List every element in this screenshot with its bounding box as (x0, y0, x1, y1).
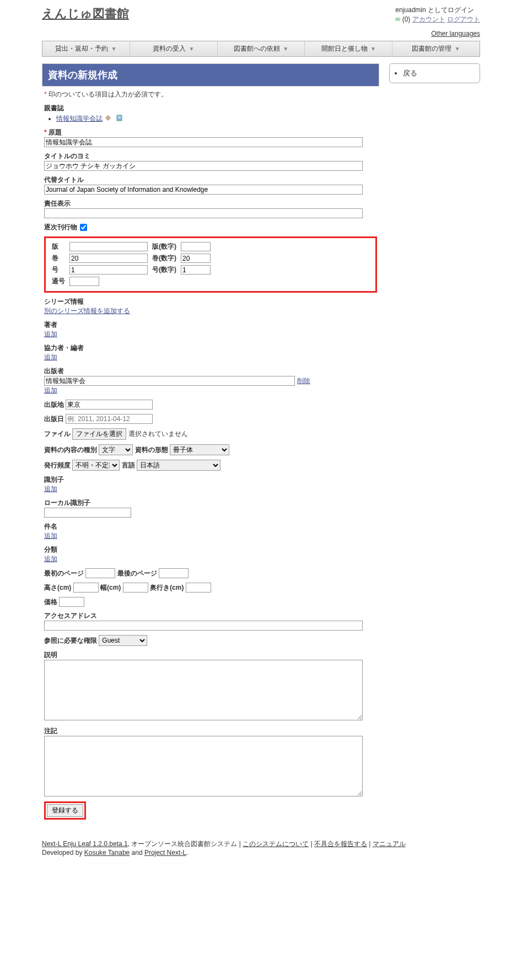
edition-num-label: 版(数字) (150, 241, 178, 252)
logout-link[interactable]: ログアウト (447, 15, 480, 23)
menu-checkout[interactable]: 貸出・返却・予約 ▼ (42, 41, 130, 56)
note-textarea[interactable] (44, 736, 363, 796)
access-input[interactable] (44, 621, 363, 631)
frequency-select[interactable]: 不明・不定期刊 (72, 460, 120, 471)
edition-label: 版 (50, 241, 67, 252)
account-link[interactable]: アカウント (412, 15, 445, 23)
original-title-input[interactable] (44, 137, 363, 147)
site-title[interactable]: えんじゅ図書館 (42, 6, 129, 24)
footer-report-link[interactable]: 不具合を報告する (314, 840, 367, 848)
chevron-down-icon: ▼ (189, 46, 194, 52)
volume-label: 巻 (50, 253, 67, 263)
footer-version-link[interactable]: Next-L Enju Leaf 1.2.0.beta.1 (42, 840, 128, 848)
price-label: 価格 (44, 598, 57, 606)
issue-input[interactable] (69, 265, 148, 274)
carrier-select[interactable]: 冊子体 (170, 444, 229, 455)
tag-icon[interactable] (106, 115, 112, 123)
add-author-link[interactable]: 追加 (44, 330, 57, 338)
last-page-label: 最後のページ (117, 569, 157, 577)
footer-manual-link[interactable]: マニュアル (373, 840, 406, 848)
volume-input[interactable] (69, 254, 148, 263)
pubplace-input[interactable] (66, 400, 153, 410)
role-select[interactable]: Guest (99, 635, 147, 646)
height-input[interactable] (73, 583, 99, 593)
language-select[interactable]: 日本語 (137, 460, 220, 471)
alt-title-label: 代替タイトル (44, 175, 377, 185)
menu-admin[interactable]: 図書館の管理 ▼ (392, 41, 480, 56)
price-input[interactable] (59, 597, 84, 607)
alt-title-input[interactable] (44, 185, 363, 195)
edition-input[interactable] (69, 242, 148, 251)
width-input[interactable] (123, 583, 148, 593)
subject-label: 件名 (44, 522, 377, 531)
pubdate-label: 出版日 (44, 415, 64, 423)
responsibility-label: 責任表示 (44, 199, 377, 208)
series-label: シリーズ情報 (44, 297, 377, 306)
pubplace-label: 出版地 (44, 401, 64, 408)
side-panel: 戻る (389, 63, 480, 83)
page-title: 資料の新規作成 (42, 63, 379, 87)
file-label: ファイル (44, 430, 71, 438)
menu-events[interactable]: 開館日と催し物 ▼ (305, 41, 392, 56)
language-label: 言語 (122, 461, 135, 469)
add-identifier-link[interactable]: 追加 (44, 485, 57, 493)
login-user-text: enjuadmin としてログイン (395, 6, 480, 15)
footer-about-link[interactable]: このシステムについて (243, 840, 309, 848)
local-id-input[interactable] (44, 508, 131, 518)
depth-label: 奥行き(cm) (150, 584, 184, 591)
book-icon[interactable] (116, 115, 123, 123)
edition-num-input[interactable] (181, 242, 211, 251)
depth-input[interactable] (186, 583, 211, 593)
pubdate-input[interactable] (66, 414, 153, 424)
mail-icon: ✉ (395, 16, 400, 23)
chevron-down-icon: ▼ (111, 46, 117, 52)
required-notice: 印のついている項目は入力が必須です。 (49, 90, 168, 98)
main-menu: 貸出・返却・予約 ▼ 資料の受入 ▼ 図書館への依頼 ▼ 開館日と催し物 ▼ 図… (42, 41, 480, 57)
responsibility-input[interactable] (44, 208, 363, 218)
yomi-input[interactable] (44, 161, 363, 171)
contributor-label: 協力者・編者 (44, 343, 377, 353)
back-link[interactable]: 戻る (403, 69, 417, 77)
width-label: 幅(cm) (100, 584, 121, 591)
add-classification-link[interactable]: 追加 (44, 555, 57, 563)
yomi-label: タイトルのヨミ (44, 152, 377, 161)
menu-request[interactable]: 図書館への依頼 ▼ (218, 41, 305, 56)
add-series-link[interactable]: 別のシリーズ情報を追加する (44, 307, 130, 315)
local-id-label: ローカル識別子 (44, 498, 377, 508)
add-contributor-link[interactable]: 追加 (44, 353, 57, 361)
frequency-label: 発行頻度 (44, 461, 71, 469)
last-page-input[interactable] (159, 568, 189, 578)
footer-dev1-link[interactable]: Kosuke Tanabe (84, 849, 130, 857)
submit-button[interactable]: 登録する (47, 804, 83, 817)
role-label: 参照に必要な権限 (44, 637, 97, 644)
menu-acquisition[interactable]: 資料の受入 ▼ (130, 41, 218, 56)
chevron-down-icon: ▼ (455, 46, 460, 52)
content-type-select[interactable]: 文字 (99, 444, 133, 455)
issue-num-input[interactable] (181, 265, 211, 274)
classification-label: 分類 (44, 545, 377, 554)
parent-link[interactable]: 情報知識学会誌 (56, 115, 103, 122)
first-page-label: 最初のページ (44, 569, 84, 577)
file-choose-button[interactable]: ファイルを選択 (72, 428, 126, 440)
first-page-input[interactable] (85, 568, 115, 578)
parent-label: 親書誌 (44, 104, 377, 113)
publisher-input[interactable] (44, 376, 295, 386)
other-languages-link[interactable]: Other languages (431, 30, 480, 37)
serial-no-input[interactable] (69, 277, 99, 286)
parent-item: 情報知識学会誌 (56, 114, 377, 123)
add-publisher-link[interactable]: 追加 (44, 386, 57, 394)
issue-num-label: 号(数字) (150, 265, 178, 275)
chevron-down-icon: ▼ (283, 46, 288, 52)
add-subject-link[interactable]: 追加 (44, 532, 57, 540)
height-label: 高さ(cm) (44, 584, 71, 591)
delete-publisher-link[interactable]: 削除 (297, 376, 310, 386)
serial-checkbox[interactable] (80, 224, 87, 231)
volume-num-input[interactable] (181, 254, 211, 263)
footer: Next-L Enju Leaf 1.2.0.beta.1, オープンソース統合… (42, 839, 480, 857)
serial-no-label: 通号 (50, 276, 67, 287)
volume-num-label: 巻(数字) (150, 253, 178, 263)
original-title-label: * 原題 (44, 128, 377, 137)
footer-dev2-link[interactable]: Project Next-L (144, 849, 186, 857)
description-textarea[interactable] (44, 660, 363, 720)
content-type-label: 資料の内容の種別 (44, 446, 97, 454)
